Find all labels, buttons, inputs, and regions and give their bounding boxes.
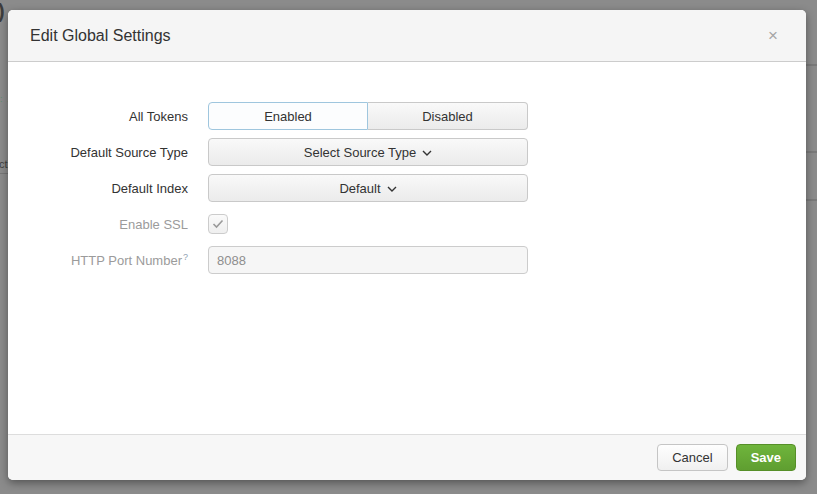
default-source-type-dropdown[interactable]: Select Source Type <box>208 138 528 166</box>
chevron-down-icon <box>422 150 432 156</box>
default-source-type-label: Default Source Type <box>8 145 188 160</box>
chevron-down-icon <box>387 186 397 192</box>
save-button[interactable]: Save <box>736 444 796 471</box>
default-source-type-value: Select Source Type <box>304 145 417 160</box>
modal-header: Edit Global Settings × <box>8 10 806 62</box>
modal-body: All Tokens Enabled Disabled Default Sour… <box>8 62 806 434</box>
default-index-value: Default <box>339 181 380 196</box>
all-tokens-row: All Tokens Enabled Disabled <box>8 102 806 130</box>
default-source-type-row: Default Source Type Select Source Type <box>8 138 806 166</box>
default-index-row: Default Index Default <box>8 174 806 202</box>
all-tokens-toggle: Enabled Disabled <box>208 102 528 130</box>
background-table-line <box>806 151 817 153</box>
default-index-label: Default Index <box>8 181 188 196</box>
edit-global-settings-modal: Edit Global Settings × All Tokens Enable… <box>8 10 806 480</box>
background-page-fragment: ) <box>0 0 5 23</box>
modal-footer: Cancel Save <box>8 434 806 480</box>
cancel-button[interactable]: Cancel <box>657 444 727 471</box>
close-icon[interactable]: × <box>764 25 782 46</box>
background-table-line <box>806 199 817 201</box>
default-index-dropdown[interactable]: Default <box>208 174 528 202</box>
enable-ssl-row: Enable SSL <box>8 210 806 238</box>
http-port-label: HTTP Port Number? <box>8 252 188 268</box>
modal-title: Edit Global Settings <box>30 27 171 45</box>
enable-ssl-label: Enable SSL <box>8 217 188 232</box>
http-port-input[interactable] <box>208 246 528 274</box>
enable-ssl-checkbox[interactable] <box>208 214 228 234</box>
all-tokens-enabled-button[interactable]: Enabled <box>208 102 368 130</box>
http-port-row: HTTP Port Number? <box>8 246 806 274</box>
check-icon <box>212 215 224 233</box>
all-tokens-disabled-button[interactable]: Disabled <box>368 102 528 130</box>
all-tokens-label: All Tokens <box>8 109 188 124</box>
background-table-line <box>806 64 817 66</box>
help-indicator[interactable]: ? <box>183 252 188 262</box>
